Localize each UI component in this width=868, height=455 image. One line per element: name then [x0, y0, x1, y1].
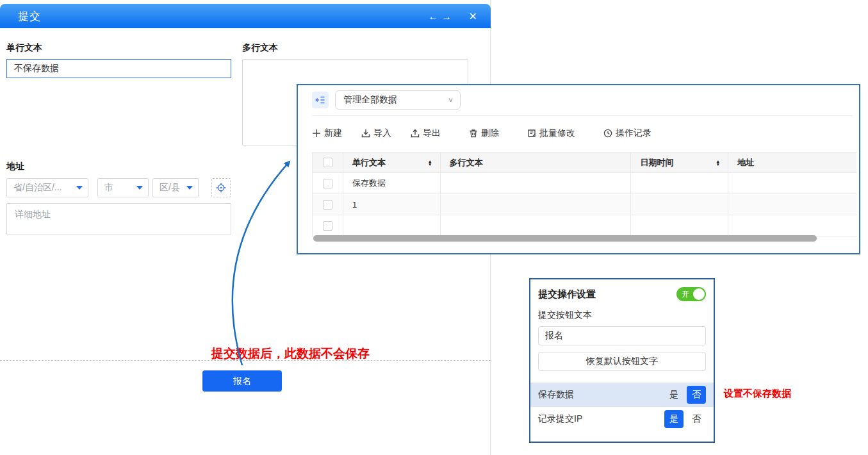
- city-placeholder: 市: [104, 182, 131, 194]
- record-ip-yes-button[interactable]: 是: [664, 410, 684, 428]
- dropdown-triangle-icon: [136, 186, 143, 190]
- plus-icon: [312, 129, 321, 138]
- modal-title: 提交: [18, 9, 41, 24]
- cell-datetime: [631, 173, 728, 194]
- setting-label: 保存数据: [538, 389, 664, 401]
- data-scope-value: 管理全部数据: [343, 94, 448, 106]
- setting-label: 记录提交IP: [538, 413, 664, 425]
- record-ip-no-button[interactable]: 否: [687, 410, 706, 428]
- cell-single-line: 保存数据: [343, 173, 441, 194]
- annotation-settings-note: 设置不保存数据: [724, 388, 791, 400]
- dropdown-triangle-icon: [186, 186, 193, 190]
- import-icon: [361, 129, 370, 138]
- modal-header: 提交 ← → ✕: [0, 4, 491, 28]
- chevron-down-icon: ∨: [448, 96, 454, 103]
- button-text-input[interactable]: [538, 326, 706, 345]
- new-record-button[interactable]: 新建: [312, 128, 342, 139]
- operation-log-button[interactable]: 操作记录: [603, 128, 651, 139]
- annotation-form-note: 提交数据后，此数据不会保存: [211, 345, 370, 362]
- cell-multi-line: [441, 194, 632, 215]
- import-button[interactable]: 导入: [361, 128, 391, 139]
- settings-toggle-on[interactable]: 开: [676, 287, 706, 301]
- toggle-knob: [693, 288, 705, 300]
- locate-button[interactable]: [211, 178, 231, 197]
- sort-icon[interactable]: ▲▼: [716, 160, 720, 166]
- select-all-checkbox[interactable]: [323, 158, 332, 167]
- save-data-no-button[interactable]: 否: [687, 386, 706, 404]
- settings-title: 提交操作设置: [538, 288, 596, 301]
- single-line-input[interactable]: [6, 59, 231, 78]
- close-icon[interactable]: ✕: [469, 10, 478, 22]
- cell-multi-line: [441, 215, 632, 236]
- batch-edit-button[interactable]: 批量修改: [527, 128, 575, 139]
- export-icon: [411, 129, 420, 138]
- collapse-sidebar-button[interactable]: [312, 92, 329, 108]
- page: 提交 ← → ✕ 单行文本 多行文本 地址 省/自治区/... 市 区/县: [0, 0, 868, 455]
- table-row: 保存数据: [313, 173, 856, 194]
- export-button[interactable]: 导出: [411, 128, 441, 139]
- column-header-address: 地址: [728, 153, 856, 172]
- province-placeholder: 省/自治区/...: [13, 182, 71, 194]
- resize-width-icon[interactable]: ← →: [428, 11, 452, 22]
- submit-form-button[interactable]: 报名: [202, 370, 282, 392]
- row-checkbox[interactable]: [323, 221, 332, 231]
- delete-button[interactable]: 删除: [469, 128, 499, 139]
- detail-address-textarea[interactable]: 详细地址: [6, 203, 231, 235]
- setting-row-record-ip: 记录提交IP 是 否: [530, 407, 714, 431]
- column-header-multi-line: 多行文本: [441, 153, 632, 172]
- province-select[interactable]: 省/自治区/...: [6, 178, 88, 197]
- address-label: 地址: [6, 161, 24, 172]
- table-row: [313, 215, 856, 236]
- table-row: 1: [313, 194, 856, 215]
- city-select[interactable]: 市: [97, 178, 149, 197]
- detail-address-placeholder: 详细地址: [15, 209, 51, 220]
- crosshair-locate-icon: [216, 183, 226, 193]
- submit-settings-panel: 提交操作设置 开 提交按钮文本 恢复默认按钮文字 保存数据 是 否 记录提交IP…: [529, 278, 715, 443]
- column-header-single-line: 单行文本 ▲▼: [343, 153, 441, 172]
- trash-icon: [469, 129, 478, 138]
- panel-divider: [312, 115, 853, 116]
- horizontal-scrollbar[interactable]: [313, 235, 817, 242]
- single-line-label: 单行文本: [6, 42, 42, 54]
- setting-row-save-data: 保存数据 是 否: [530, 383, 714, 407]
- cell-single-line: 1: [343, 194, 441, 215]
- reset-button-text-button[interactable]: 恢复默认按钮文字: [538, 352, 706, 371]
- cell-datetime: [631, 194, 728, 215]
- row-checkbox[interactable]: [323, 200, 332, 210]
- cell-multi-line: [441, 173, 632, 194]
- clock-icon: [603, 129, 612, 138]
- cell-single-line: [343, 215, 441, 236]
- collapse-sidebar-icon: [315, 95, 325, 105]
- table-header-row: 单行文本 ▲▼ 多行文本 日期时间 ▲▼ 地址: [313, 153, 856, 173]
- cell-datetime: [631, 215, 728, 236]
- data-management-panel: 管理全部数据 ∨ 新建 导入 导出: [297, 84, 860, 254]
- district-placeholder: 区/县: [160, 182, 181, 194]
- row-checkbox[interactable]: [323, 179, 332, 188]
- data-scope-select[interactable]: 管理全部数据 ∨: [335, 90, 461, 110]
- sort-icon[interactable]: ▲▼: [428, 160, 432, 166]
- dropdown-triangle-icon: [76, 186, 83, 190]
- district-select[interactable]: 区/县: [152, 178, 199, 197]
- cell-address: [728, 173, 856, 194]
- data-toolbar: 新建 导入 导出 删除: [312, 124, 671, 142]
- toggle-on-label: 开: [682, 289, 689, 300]
- column-header-datetime: 日期时间 ▲▼: [631, 153, 728, 172]
- save-data-yes-button[interactable]: 是: [664, 386, 684, 404]
- multi-line-label: 多行文本: [242, 42, 278, 54]
- batch-edit-icon: [527, 129, 536, 138]
- cell-address: [728, 215, 856, 236]
- cell-address: [728, 194, 856, 215]
- data-table: 单行文本 ▲▼ 多行文本 日期时间 ▲▼ 地址 保存数据: [312, 152, 856, 236]
- button-text-label: 提交按钮文本: [538, 310, 706, 321]
